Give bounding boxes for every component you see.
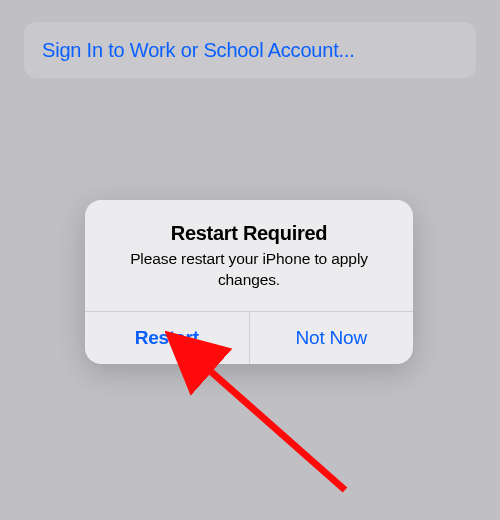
not-now-button[interactable]: Not Now: [250, 312, 414, 364]
alert-text-area: Restart Required Please restart your iPh…: [85, 200, 413, 311]
alert-button-row: Restart Not Now: [85, 311, 413, 364]
sign-in-label: Sign In to Work or School Account...: [42, 39, 355, 62]
alert-message: Please restart your iPhone to apply chan…: [105, 249, 393, 291]
restart-button-label: Restart: [135, 327, 199, 349]
sign-in-cell[interactable]: Sign In to Work or School Account...: [24, 22, 476, 78]
restart-alert: Restart Required Please restart your iPh…: [85, 200, 413, 364]
restart-button[interactable]: Restart: [85, 312, 250, 364]
not-now-button-label: Not Now: [296, 327, 367, 349]
alert-title: Restart Required: [105, 222, 393, 245]
svg-line-1: [200, 362, 345, 490]
